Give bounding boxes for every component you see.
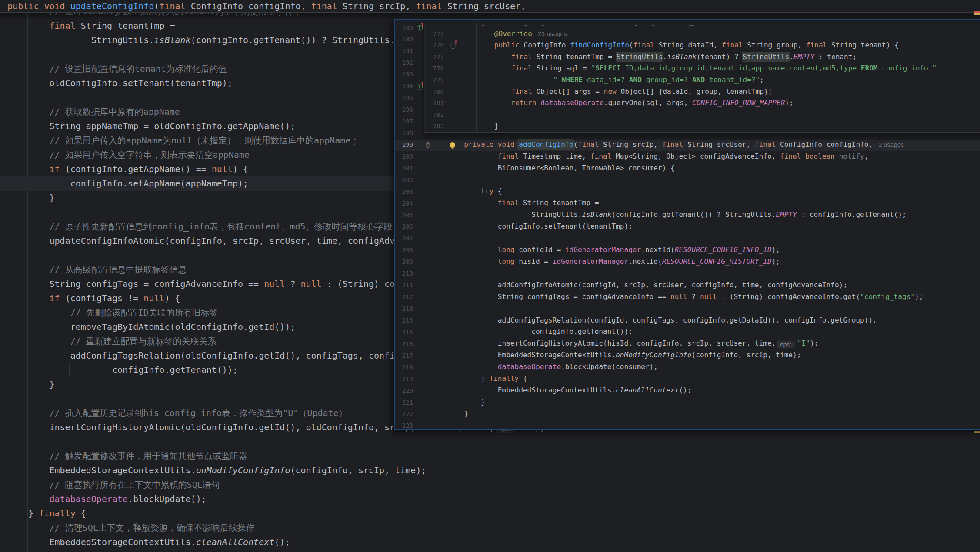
implements-icon[interactable]: I↑ [450,42,457,49]
popup-line-number-198[interactable]: 198 [395,127,413,139]
popup-line-number-204[interactable]: 204 [395,198,413,209]
inner-code-line-775[interactable]: @Override23 usages [477,28,937,40]
popup-line-number-206[interactable]: 206 [395,221,413,233]
popup-code-line-205[interactable]: StringUtils.isBlank(configInfo.getTenant… [447,209,923,221]
popup-code-line-208[interactable]: long configId = idGeneratorManager.nextI… [447,244,923,256]
inner-code-line-783[interactable]: } [477,120,937,132]
popup-line-number-210[interactable]: 210 [395,268,413,279]
popup-code-line-216[interactable]: insertConfigHistoryAtomic(hisId, configI… [447,338,923,349]
popup-code-line-206[interactable]: configInfo.setTenant(tenantTmp); [447,221,923,233]
popup-code-line-214[interactable]: addConfigTagsRelation(configId, configTa… [447,315,923,326]
inner-line-number-775[interactable]: 775 [425,28,444,40]
popup-line-number-221[interactable]: 221 [395,397,413,409]
annotation-gutter-mark[interactable]: @ [426,142,430,148]
popup-code-line-218[interactable]: databaseOperate.blockUpdate(consumer); [447,361,923,373]
main-code-line-32[interactable]: EmbeddedStorageContextUtils.onModifyConf… [0,463,610,478]
popup-line-number-212[interactable]: 212 [395,291,413,303]
popup-line-number-202[interactable]: 202 [395,174,413,186]
popup-code-line-220[interactable]: EmbeddedStorageContextUtils.cleanAllCont… [447,385,923,396]
popup-code-line-213[interactable] [447,303,923,315]
popup-line-number-211[interactable]: 211 [395,279,413,291]
main-code-line-35[interactable]: } finally { [0,506,610,521]
error-stripe-mark-yellow2[interactable] [974,431,980,433]
inner-code-line-780[interactable]: final Object[] args = new Object[] {data… [477,86,937,98]
popup-code-line-221[interactable]: } [447,396,923,408]
inner-line-number-779[interactable]: 779 [425,74,444,86]
error-stripe-mark-yellow[interactable] [974,13,980,15]
sticky-header[interactable]: public void updateConfigInfo(final Confi… [0,0,980,13]
popup-line-number-223[interactable]: 223 [395,420,413,432]
inner-line-number-776[interactable]: 776 [425,40,444,51]
popup-line-number-220[interactable]: 220 [395,385,413,397]
popup-line-number-197[interactable]: 197 [395,116,413,127]
popup-code-line-222[interactable]: } [447,408,923,420]
declaration-preview-popup[interactable]: 775776777778779780781782783 I↑ @Override… [424,23,980,133]
popup-code-line-204[interactable]: final String tenantTmp = [447,197,923,209]
popup-code-line-223[interactable] [447,420,923,432]
popup-line-number-207[interactable]: 207 [395,233,413,244]
inner-line-number-777[interactable]: 777 [425,51,444,63]
popup-line-number-190[interactable]: 190 [395,33,413,45]
popup-line-number-218[interactable]: 218 [395,362,413,373]
token-i: onModifyConfigInfo [196,465,290,476]
popup-line-number-191[interactable]: 191 [395,45,413,57]
inner-code-line-779[interactable]: + " WHERE data_id=? AND group_id=? AND t… [477,74,937,86]
inner-code-line-778[interactable]: final String sql = "SELECT ID,data_id,gr… [477,63,937,74]
inner-line-number-782[interactable]: 782 [425,109,444,121]
popup-line-number-214[interactable]: 214 [395,315,413,326]
inner-line-number-780[interactable]: 780 [425,86,444,98]
popup-line-number-193[interactable]: 193 [395,69,413,80]
popup-line-number-194[interactable]: 194 [395,80,413,92]
main-code-line-30[interactable] [0,435,610,449]
inner-code-line-782[interactable] [477,109,937,121]
popup-code-line-212[interactable]: String configTags = configAdvanceInfo ==… [447,291,923,303]
main-code-line-33[interactable]: // 阻塞执行所有在上下文中累积的SQL语句 [0,478,610,492]
main-code-line-34[interactable]: databaseOperate.blockUpdate(); [0,492,610,506]
token-fi: CONFIG_INFO_ROW_MAPPER [692,99,785,107]
popup-line-number-192[interactable]: 192 [395,57,413,69]
inner-code-line-777[interactable]: final String tenantTmp = StringUtils.isB… [477,51,937,63]
inner-line-number-778[interactable]: 778 [425,63,444,74]
popup-line-number-222[interactable]: 222 [395,408,413,420]
popup-line-number-201[interactable]: 201 [395,163,413,174]
popup-code-line-200[interactable]: final Timestamp time, final Map<String, … [447,151,923,163]
inner-code-line-776[interactable]: public ConfigInfo findConfigInfo(final S… [477,40,937,51]
popup-line-number-219[interactable]: 219 [395,373,413,385]
popup-code-line-215[interactable]: configInfo.getTenant()); [447,326,923,338]
popup-code-line-203[interactable]: try { [447,186,923,197]
popup-line-number-213[interactable]: 213 [395,303,413,315]
popup-code-line-209[interactable]: long hisId = idGeneratorManager.nextId(R… [447,256,923,268]
popup-line-number-200[interactable]: 200 [395,151,413,163]
implements-icon[interactable]: I↑ [417,83,423,90]
inner-code-line-781[interactable]: return databaseOperate.queryOne(sql, arg… [477,97,937,109]
popup-line-number-208[interactable]: 208 [395,244,413,256]
popup-line-number-209[interactable]: 209 [395,256,413,268]
token-c: // 如果用户传入空字符串，则表示要清空appName [0,150,250,160]
token-k: boolean [805,152,835,160]
inner-line-number-783[interactable]: 783 [425,120,444,132]
popup-code-line-199[interactable]: private void addConfigInfo(final String … [447,139,923,151]
popup-code-line-217[interactable]: EmbeddedStorageContextUtils.onModifyConf… [447,349,923,361]
popup-line-number-196[interactable]: 196 [395,104,413,116]
implements-icon[interactable]: I↑ [417,24,423,31]
popup-line-number-215[interactable]: 215 [395,326,413,338]
inner-line-number-781[interactable]: 781 [425,97,444,109]
popup-line-number-216[interactable]: 216 [395,338,413,350]
popup-code-line-201[interactable]: BiConsumer<Boolean, Throwable> consumer)… [447,163,923,174]
popup-line-number-195[interactable]: 195 [395,92,413,104]
main-code-line-31[interactable]: // 触发配置修改事件，用于通知其他节点或监听器 [0,449,610,463]
popup-code-line-211[interactable]: addConfigInfoAtomic(configId, srcIp, src… [447,279,923,291]
main-code-line-37[interactable]: EmbeddedStorageContextUtils.cleanAllCont… [0,535,610,549]
popup-line-number-189[interactable]: 189 [395,22,413,34]
popup-code-line-202[interactable] [447,174,923,186]
popup-line-number-217[interactable]: 217 [395,350,413,362]
popup-line-number-199[interactable]: 199 [395,139,413,151]
popup-code-line-219[interactable]: } finally { [447,373,923,385]
popup-line-number-205[interactable]: 205 [395,209,413,221]
inner-popup-code[interactable]: @Override23 usages public ConfigInfo fin… [477,28,937,132]
main-code-line-36[interactable]: // 清理SQL上下文，释放资源，确保不影响后续操作 [0,521,610,535]
popup-code-line-210[interactable] [447,268,923,279]
popup-line-number-203[interactable]: 203 [395,186,413,198]
popup-code-line-207[interactable] [447,233,923,244]
token-k: null [264,279,285,289]
